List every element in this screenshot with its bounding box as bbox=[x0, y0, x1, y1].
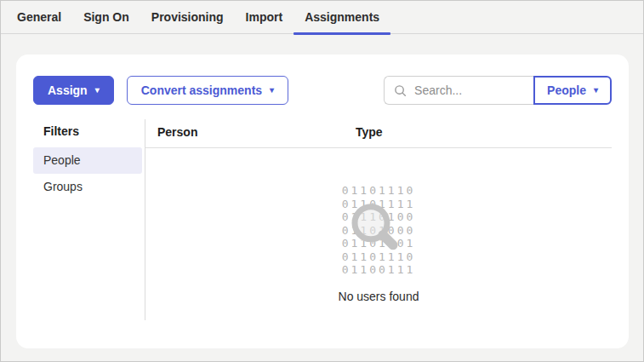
chevron-down-icon: ▾ bbox=[95, 86, 100, 95]
binary-row: 01100111 bbox=[342, 263, 416, 277]
search-icon bbox=[394, 84, 407, 97]
chevron-down-icon: ▾ bbox=[594, 86, 598, 95]
tab-general[interactable]: General bbox=[6, 1, 72, 33]
assign-button-label: Assign bbox=[48, 83, 88, 97]
binary-row: 01101000 bbox=[342, 224, 416, 238]
tab-import[interactable]: Import bbox=[235, 1, 294, 33]
tab-assignments[interactable]: Assignments bbox=[294, 1, 390, 33]
tab-provisioning[interactable]: Provisioning bbox=[140, 1, 235, 33]
chevron-down-icon: ▾ bbox=[270, 86, 274, 95]
column-header-type: Type bbox=[356, 125, 612, 139]
empty-state-message: No users found bbox=[145, 290, 612, 303]
search-box[interactable] bbox=[384, 76, 533, 105]
empty-state-illustration: 01101110 01101111 01110100 01101000 0110… bbox=[342, 184, 416, 277]
scope-dropdown-people[interactable]: People ▾ bbox=[533, 76, 612, 105]
binary-row: 01101110 bbox=[342, 184, 416, 198]
filters-title: Filters bbox=[33, 119, 145, 147]
assign-button[interactable]: Assign ▾ bbox=[33, 76, 114, 105]
binary-row: 01101001 bbox=[342, 237, 416, 250]
convert-assignments-button[interactable]: Convert assignments ▾ bbox=[127, 76, 288, 105]
table-header-row: Person Type bbox=[145, 119, 612, 148]
content-area: Filters People Groups Person Type 011011… bbox=[33, 119, 612, 320]
empty-state: 01101110 01101111 01110100 01101000 0110… bbox=[145, 148, 612, 303]
search-group: People ▾ bbox=[384, 76, 612, 105]
scope-dropdown-label: People bbox=[547, 83, 586, 97]
binary-row: 01101111 bbox=[342, 198, 416, 211]
tab-sign-on[interactable]: Sign On bbox=[72, 1, 140, 33]
search-input[interactable] bbox=[414, 83, 524, 97]
sidebar-item-people[interactable]: People bbox=[33, 147, 142, 174]
binary-row: 01110100 bbox=[342, 210, 416, 224]
assignments-table: Person Type 01101110 01101111 01110100 0… bbox=[145, 119, 612, 320]
binary-row: 01101110 bbox=[342, 250, 416, 264]
column-header-person: Person bbox=[157, 125, 356, 139]
sidebar-item-groups[interactable]: Groups bbox=[33, 174, 142, 200]
filters-sidebar: Filters People Groups bbox=[33, 119, 145, 320]
toolbar: Assign ▾ Convert assignments ▾ bbox=[33, 76, 612, 105]
toolbar-left-group: Assign ▾ Convert assignments ▾ bbox=[33, 76, 288, 105]
convert-assignments-label: Convert assignments bbox=[141, 83, 262, 97]
tab-bar: General Sign On Provisioning Import Assi… bbox=[1, 1, 643, 34]
assignments-panel: Assign ▾ Convert assignments ▾ bbox=[16, 55, 629, 348]
app-window: General Sign On Provisioning Import Assi… bbox=[0, 0, 644, 362]
